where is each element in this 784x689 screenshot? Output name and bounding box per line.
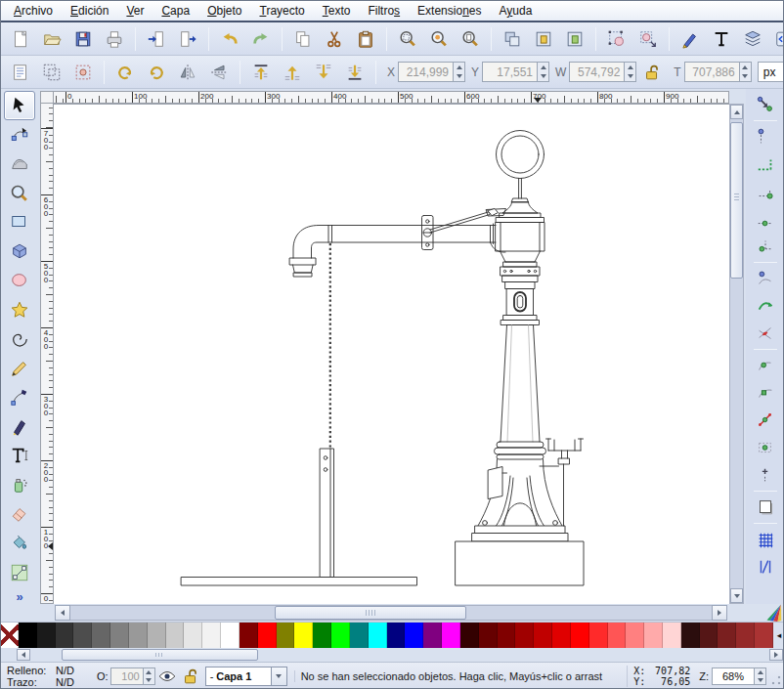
snap-smooth-nodes-button[interactable] [751, 380, 781, 406]
snap-bbox-edge-midpoints-button[interactable] [751, 206, 781, 232]
unlink-clone-button[interactable] [560, 25, 589, 53]
swatch-a00000[interactable] [515, 623, 534, 648]
swatch-000080[interactable] [387, 623, 406, 648]
new-document-button[interactable] [6, 25, 35, 53]
swatch-ff0000[interactable] [258, 623, 277, 648]
menu-extensiones[interactable]: Extensiones [409, 2, 490, 20]
height-value[interactable]: 707,886 [684, 62, 739, 82]
y-spinbox[interactable]: 17,551 [482, 62, 549, 82]
tool-eraser[interactable] [4, 499, 35, 529]
height-spin-arrows[interactable] [739, 62, 752, 82]
rotate-cw-button[interactable] [142, 59, 171, 86]
vertical-ruler[interactable]: 7006005004003002001000 [40, 104, 54, 604]
opacity-value[interactable]: 100 [110, 667, 144, 685]
swatch-none[interactable] [1, 623, 19, 648]
swatch-ff2a2a[interactable] [589, 623, 608, 648]
undo-button[interactable] [215, 25, 244, 53]
swatch-666666[interactable] [92, 623, 110, 648]
tool-calligraphy[interactable] [4, 412, 35, 442]
snap-guides-button[interactable] [751, 554, 781, 580]
tool-text[interactable] [4, 442, 35, 471]
snap-line-midpoints-button[interactable] [751, 408, 781, 433]
swatch-ff0000[interactable] [571, 623, 589, 648]
open-document-button[interactable] [37, 25, 66, 53]
layer-lock-button[interactable] [179, 666, 202, 687]
snap-bbox-edges-button[interactable] [751, 151, 781, 177]
scroll-right-icon[interactable] [712, 605, 727, 621]
units-dropdown[interactable]: px [758, 62, 784, 82]
snap-enabled-button[interactable] [751, 92, 781, 117]
units-value[interactable]: px [758, 62, 784, 82]
swatch-1a1a1a[interactable] [37, 623, 56, 648]
zoom-value[interactable]: 68% [712, 667, 755, 685]
menu-capa[interactable]: Capa [152, 2, 198, 20]
tool-rectangle[interactable] [4, 208, 35, 237]
toolbox-overflow-button[interactable]: » [16, 589, 22, 604]
palette-scrollbar[interactable] [1, 648, 784, 662]
swatch-aa3333[interactable] [755, 623, 773, 648]
tool-node-editor[interactable] [4, 120, 35, 150]
swatch-e6e6e6[interactable] [184, 623, 202, 648]
lower-button[interactable] [309, 59, 338, 86]
fill-stroke-indicator[interactable]: Relleno: N/D Trazo: N/D [3, 665, 89, 688]
tool-star[interactable] [4, 295, 35, 324]
menu-edicion[interactable]: Edición [62, 2, 117, 20]
y-spin-arrows[interactable] [537, 62, 549, 82]
ungroup-button[interactable] [633, 25, 663, 53]
snap-nodes-button[interactable] [751, 266, 781, 291]
tool-spray[interactable] [4, 470, 35, 499]
swatch-008000[interactable] [313, 623, 331, 648]
select-all-layers-button[interactable] [37, 59, 66, 86]
palette-overflow-arrow[interactable]: ◂ [773, 623, 784, 648]
menu-texto[interactable]: Texto [314, 2, 360, 20]
paste-button[interactable] [351, 25, 380, 53]
flip-horizontal-button[interactable] [173, 59, 202, 86]
scroll-down-icon[interactable] [730, 588, 743, 603]
raise-button[interactable] [278, 59, 307, 86]
palette-scroll-right-icon[interactable] [769, 649, 783, 661]
snap-object-centers-button[interactable] [751, 435, 781, 460]
group-button[interactable] [602, 25, 632, 53]
swatch-e00000[interactable] [552, 623, 571, 648]
swatch-ffff00[interactable] [294, 623, 313, 648]
x-value[interactable]: 214,999 [398, 62, 453, 82]
layers-dialog-button[interactable] [738, 25, 767, 53]
menu-ayuda[interactable]: Ayuda [491, 2, 542, 20]
swatch-2b0d0d[interactable] [681, 623, 700, 648]
snap-rotation-center-button[interactable] [751, 462, 781, 488]
height-spinbox[interactable]: 707,886 [684, 62, 752, 82]
zoom-spin-arrows[interactable] [755, 667, 766, 685]
menu-ver[interactable]: Ver [117, 2, 152, 20]
menu-filtros[interactable]: Filtros [359, 2, 409, 20]
swatch-333333[interactable] [56, 623, 74, 648]
swatch-ffffff[interactable] [221, 623, 240, 648]
swatch-808000[interactable] [277, 623, 295, 648]
menu-archivo[interactable]: Archivo [5, 2, 62, 20]
window-resize-grip[interactable] [770, 674, 782, 686]
swatch-800080[interactable] [423, 623, 442, 648]
tool-spiral[interactable] [4, 324, 35, 354]
tool-paint-bucket[interactable] [4, 529, 35, 558]
width-spin-arrows[interactable] [624, 62, 636, 82]
snap-page-border-button[interactable] [751, 495, 781, 520]
zoom-spinbox[interactable]: 68% [712, 667, 766, 685]
import-button[interactable] [142, 25, 171, 53]
palette-scroll-left-icon[interactable] [17, 649, 30, 661]
snap-path-button[interactable] [751, 293, 781, 319]
lower-to-bottom-button[interactable] [340, 59, 370, 86]
text-dialog-button[interactable] [707, 25, 736, 53]
menu-objeto[interactable]: Objeto [198, 2, 250, 20]
horizontal-scrollbar-thumb[interactable] [275, 606, 466, 620]
zoom-drawing-button[interactable] [424, 25, 454, 53]
opacity-spinbox[interactable]: 100 [110, 667, 155, 685]
swatch-952929[interactable] [736, 623, 755, 648]
scroll-left-icon[interactable] [55, 605, 70, 621]
tool-zoom[interactable] [4, 179, 35, 208]
swatch-f2f2f2[interactable] [202, 623, 221, 648]
layer-visibility-button[interactable] [155, 666, 179, 687]
swatch-008080[interactable] [350, 623, 369, 648]
redo-button[interactable] [246, 25, 276, 53]
xml-editor-button[interactable] [769, 25, 784, 53]
swatch-808080[interactable] [110, 623, 129, 648]
layer-dropdown-arrow-icon[interactable] [272, 667, 287, 686]
